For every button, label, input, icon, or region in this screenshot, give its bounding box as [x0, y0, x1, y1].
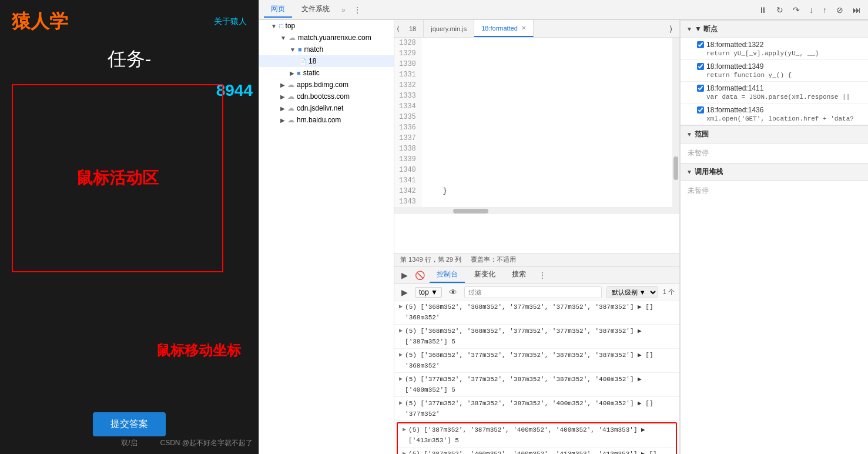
horizontal-scrollbar[interactable] [394, 207, 679, 214]
file-item-top[interactable]: ▼ □ top [259, 20, 394, 32]
file-item-match[interactable]: ▼ ■ match [259, 44, 394, 55]
code-tab-icons: ⟩ [662, 20, 679, 37]
breakpoint-name-4: 18:formatted:1436 [706, 106, 763, 114]
debug-step-in-btn[interactable]: ↓ [807, 4, 816, 16]
tab-filesystem[interactable]: 文件系统 [294, 2, 337, 18]
debugger-panel: ▼ ▼ 断点 18:formatted:1322 return yU_[_v].… [680, 20, 868, 454]
arrow-down-icon: ▼ [271, 23, 277, 29]
horizontal-scrollbar-thumb [453, 209, 488, 213]
file-item-cdn-jsdelivr[interactable]: ▶ ☁ cdn.jsdelivr.net [259, 102, 394, 114]
code-line-1331 [426, 69, 668, 80]
code-tab-formatted[interactable]: 18:formatted ✕ [474, 20, 534, 37]
nav-link[interactable]: 关于猿人 [214, 16, 247, 27]
console-expand-icon[interactable]: ▶ [399, 302, 403, 312]
left-panel: 猿人学 关于猿人 任务- 8944 鼠标活动区 鼠标移动坐标 双/启 提交答案 … [0, 0, 259, 454]
line-1336: 1336 [399, 122, 416, 133]
console-tab-search[interactable]: 搜索 [505, 267, 533, 283]
line-1334: 1334 [399, 101, 416, 112]
file-item-apps-bdimg[interactable]: ▶ ☁ apps.bdimg.com [259, 79, 394, 91]
file-item-hm-baidu[interactable]: ▶ ☁ hm.baidu.com [259, 114, 394, 126]
mouse-area-label: 鼠标活动区 [76, 167, 159, 189]
mouse-area-box: 鼠标活动区 [12, 84, 223, 272]
code-line-1338 [426, 143, 668, 154]
code-line-1333 [426, 91, 668, 101]
file-item-18[interactable]: 📄 18 [259, 55, 394, 67]
breakpoint-checkbox-4[interactable] [697, 106, 704, 114]
code-line-1337 [426, 133, 668, 143]
breakpoint-checkbox-2[interactable] [697, 63, 704, 70]
cloud-icon-4: ☁ [287, 104, 294, 112]
console-level-select[interactable]: 默认级别 ▼ [606, 286, 658, 298]
console-exec-btn[interactable]: ▶ [399, 286, 410, 298]
vertical-scrollbar[interactable] [672, 38, 679, 207]
debug-step-over-btn[interactable]: ↷ [790, 4, 802, 16]
logo-text: 猿人学 [12, 9, 68, 35]
file-label-18: 18 [309, 57, 316, 65]
console-text-6: (5) ['387m352', '400m352', '400m352', '4… [408, 449, 671, 454]
console-expand-icon-4[interactable]: ▶ [399, 398, 403, 409]
debug-resume-btn[interactable]: ⏭ [850, 4, 863, 16]
breakpoint-checkbox-3[interactable] [697, 85, 704, 92]
console-expand-icon-2[interactable]: ▶ [399, 350, 403, 360]
devtools-toolbar: 网页 文件系统 » ⋮ ⏸ ↻ ↷ ↓ ↑ ⊘ ⏭ [259, 0, 868, 20]
console-expand-icon-6[interactable]: ▶ [403, 449, 406, 454]
file-item-cdn-bootcss[interactable]: ▶ ☁ cdn.bootcss.com [259, 91, 394, 102]
folder-blue-icon-2: ■ [297, 69, 301, 76]
callstack-header[interactable]: ▼ 调用堆栈 [681, 163, 868, 181]
code-line-1343 [426, 196, 668, 207]
console-execute-btn[interactable]: ▶ [399, 269, 410, 281]
console-expand-icon-1[interactable]: ▶ [399, 326, 403, 336]
debug-blackbox-btn[interactable]: ⊘ [834, 4, 846, 16]
console-filter-input[interactable] [464, 286, 602, 298]
code-tab-jquery-label: jquery.min.js [431, 25, 467, 32]
file-item-match-yuanrenxue[interactable]: ▼ ☁ match.yuanrenxue.com [259, 32, 394, 44]
debug-refresh-btn[interactable]: ↻ [774, 4, 786, 16]
breakpoint-title-4: 18:formatted:1436 [697, 106, 862, 114]
line-1335: 1335 [399, 112, 416, 122]
line-1341: 1341 [399, 175, 416, 186]
task-title: 任务- [0, 41, 259, 78]
code-tab-close-icon[interactable]: ✕ [521, 25, 526, 31]
mouse-area-container: 8944 鼠标活动区 [12, 84, 247, 272]
cloud-icon-2: ☁ [287, 81, 294, 89]
tab-webpage[interactable]: 网页 [264, 2, 292, 18]
arrow-right-icon-2: ▶ [280, 82, 285, 88]
console-dots-menu[interactable]: ⋮ [535, 270, 549, 281]
code-tab-jquery[interactable]: jquery.min.js [424, 20, 474, 37]
breakpoints-header[interactable]: ▼ ▼ 断点 [681, 20, 868, 38]
code-panel: ⟨ 18 jquery.min.js 18:formatted ✕ ⟩ [394, 20, 680, 454]
code-line-1339 [426, 154, 668, 165]
console-expand-icon-3[interactable]: ▶ [399, 374, 403, 385]
file-item-static[interactable]: ▶ ■ static [259, 67, 394, 79]
line-1329: 1329 [399, 48, 416, 59]
code-tab-forward-btn[interactable]: ⟩ [667, 23, 675, 35]
submit-button[interactable]: 提交答案 [93, 412, 166, 436]
console-panel: ▶ 🚫 控制台 新变化 搜索 ⋮ ▶ top ▼ 👁 默认级别 ▼ 1 个 [394, 266, 679, 454]
top-label: top ▼ [415, 287, 442, 298]
devtools-panel: 网页 文件系统 » ⋮ ⏸ ↻ ↷ ↓ ↑ ⊘ ⏭ ▼ □ top ▼ ☁ ma… [259, 0, 868, 454]
code-line-1336 [426, 122, 668, 133]
console-row-prev: ▶ (5) ['368m352', '368m352', '377m352', … [394, 301, 679, 325]
breakpoint-name-1: 18:formatted:1322 [706, 41, 763, 49]
arrow-down-icon-2: ▼ [280, 35, 286, 41]
code-line-1335 [426, 112, 668, 122]
console-tab-console[interactable]: 控制台 [430, 267, 465, 283]
debug-pause-btn[interactable]: ⏸ [756, 4, 769, 16]
code-line-1328 [426, 38, 668, 48]
console-tab-changes[interactable]: 新变化 [467, 267, 502, 283]
file-label-match-yuanrenxue: match.yuanrenxue.com [298, 34, 371, 42]
scope-header[interactable]: ▼ 范围 [681, 125, 868, 143]
debug-step-out-btn[interactable]: ↑ [820, 4, 829, 16]
console-eye-btn[interactable]: 👁 [447, 286, 460, 298]
code-tab-18-label: 18 [409, 25, 416, 32]
code-tab-back-btn[interactable]: ⟨ [394, 20, 402, 37]
console-text-2: (5) ['368m352', '377m352', '377m352', '3… [405, 350, 675, 371]
breakpoint-checkbox-1[interactable] [697, 41, 704, 48]
code-tab-18[interactable]: 18 [402, 20, 424, 37]
console-expand-icon-5[interactable]: ▶ [403, 425, 406, 435]
dots-menu[interactable]: ⋮ [350, 5, 364, 15]
scope-arrow-icon: ▼ [686, 131, 692, 138]
line-1328: 1328 [399, 38, 416, 48]
console-count: 1 个 [663, 288, 675, 296]
console-clear-btn[interactable]: 🚫 [413, 269, 427, 281]
